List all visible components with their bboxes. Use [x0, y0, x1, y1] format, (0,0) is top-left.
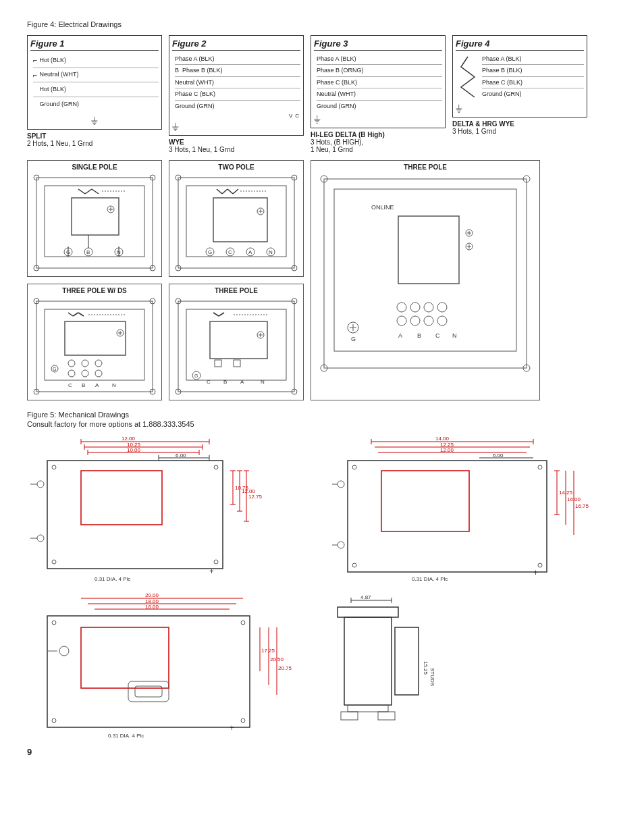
mech-bottom-left: 20.00 18.00 16.00 — [27, 590, 317, 740]
fig4-caption-title: DELTA & HRG WYE — [452, 120, 587, 128]
svg-text:G: G — [194, 373, 198, 378]
svg-point-143 — [37, 535, 44, 542]
fig2-wire1: Phase A (BLK) — [175, 53, 300, 65]
svg-point-141 — [37, 481, 44, 488]
fig3-wire1: Phase A (BLK) — [317, 53, 442, 65]
fig4-label: Figure 4 — [456, 38, 584, 51]
fig1-wire4: Ground (GRN) — [39, 99, 79, 109]
svg-rect-222 — [344, 617, 392, 705]
svg-text:6.00: 6.00 — [493, 452, 504, 459]
svg-text:+: + — [533, 568, 538, 577]
single-pole-diagram: SINGLE POLE — [27, 160, 162, 277]
zigzag-icon — [458, 53, 478, 101]
svg-rect-10 — [72, 198, 119, 235]
svg-line-108 — [213, 313, 219, 316]
fig2-caption-title: WYE — [169, 138, 304, 146]
mech-bottom-left-svg: 20.00 18.00 16.00 — [27, 590, 317, 739]
svg-line-83 — [73, 313, 78, 316]
svg-text:20.00: 20.00 — [145, 592, 159, 598]
svg-rect-115 — [215, 360, 221, 367]
fig1-caption-sub: 2 Hots, 1 Neu, 1 Grnd — [27, 140, 162, 147]
single-pole-title: SINGLE POLE — [30, 163, 159, 171]
three-pole-large-svg: ONLINE — [317, 172, 533, 375]
svg-point-90 — [68, 370, 75, 377]
svg-rect-200 — [81, 627, 169, 688]
svg-rect-86 — [65, 321, 126, 355]
three-pole-small-svg: C B A N G — [173, 296, 300, 397]
svg-text:A: A — [240, 379, 244, 385]
electrical-figures-row: Figure 1 ⌐ Hot (BLK) ⌐ Neutral (WHT) ⌐ H… — [27, 35, 617, 153]
three-pole-ds-diagram: THREE POLE W/ DS — [27, 284, 162, 400]
svg-rect-53 — [398, 216, 459, 284]
fig2-wire3: Neutral (WHT) — [175, 77, 300, 88]
electrical-fig2: Figure 2 Phase A (BLK) B Phase B (BLK) N… — [169, 35, 304, 153]
svg-rect-173 — [348, 461, 547, 572]
svg-text:6.00: 6.00 — [176, 452, 186, 459]
figure4-title: Figure 4: Electrical Drawings — [27, 20, 617, 28]
three-pole-small-title: THREE POLE — [172, 287, 300, 294]
two-pole-diagram: TWO POLE — [169, 160, 304, 277]
svg-text:B: B — [86, 249, 90, 255]
three-pole-large-diagram: THREE POLE ONLINE — [311, 160, 540, 400]
wiring-diagrams-section: SINGLE POLE — [27, 160, 617, 400]
svg-point-92 — [95, 370, 102, 377]
svg-point-88 — [82, 360, 88, 367]
svg-point-87 — [68, 360, 75, 367]
svg-line-32 — [233, 189, 238, 194]
fig3-caption-sub: 3 Hots, (B HIGH), — [311, 138, 446, 146]
svg-point-62 — [424, 303, 433, 312]
svg-text:C: C — [207, 379, 211, 385]
svg-text:12.00: 12.00 — [122, 436, 136, 442]
fig3-wire5: Ground (GRN) — [317, 101, 442, 111]
fig1-caption-title: SPLIT — [27, 132, 162, 140]
svg-line-7 — [85, 189, 92, 194]
svg-rect-174 — [381, 471, 469, 531]
figure5-section: Figure 5: Mechanical Drawings Consult fa… — [27, 411, 617, 740]
svg-rect-28 — [186, 186, 286, 257]
svg-text:0.31 DIA. 4 Plc: 0.31 DIA. 4 Plc — [412, 576, 448, 582]
fig4-wire3: Phase C (BLK) — [482, 77, 584, 88]
svg-point-67 — [437, 316, 447, 325]
svg-point-89 — [95, 360, 102, 367]
svg-point-66 — [424, 316, 433, 325]
three-pole-large-title: THREE POLE — [314, 163, 537, 171]
svg-rect-209 — [128, 681, 169, 702]
electrical-fig3: Figure 3 Phase A (BLK) Phase B (ORNG) Ph… — [311, 35, 446, 153]
fig1-wire3: Hot (BLK) — [39, 84, 66, 95]
svg-line-8 — [92, 189, 99, 194]
svg-point-65 — [410, 316, 420, 325]
svg-text:4.87: 4.87 — [360, 594, 371, 600]
svg-rect-116 — [234, 360, 240, 367]
svg-line-30 — [222, 189, 227, 194]
fig2-caption-sub: 3 Hots, 1 Neu, 1 Grnd — [169, 146, 304, 153]
fig3-wire3: Phase C (BLK) — [317, 77, 442, 88]
mech-top-left-svg: 12.00 10.25 10.00 6.00 — [27, 434, 317, 582]
svg-text:N: N — [112, 382, 116, 388]
fig2-wire5: Ground (GRN) — [175, 101, 300, 111]
svg-point-192 — [538, 563, 542, 567]
svg-text:20.75: 20.75 — [278, 665, 292, 671]
mech-bottom-right: 4.87 15.25 STUDS — [331, 590, 621, 740]
fig3-label: Figure 3 — [314, 38, 442, 51]
svg-rect-221 — [338, 607, 398, 617]
mech-top-right: 14.00 12.25 12.00 6.00 — [331, 434, 621, 583]
electrical-fig1: Figure 1 ⌐ Hot (BLK) ⌐ Neutral (WHT) ⌐ H… — [27, 35, 162, 153]
svg-line-82 — [68, 313, 73, 316]
mech-bottom-row: 20.00 18.00 16.00 — [27, 590, 617, 740]
svg-rect-226 — [348, 705, 388, 712]
svg-rect-223 — [395, 627, 419, 695]
svg-point-190 — [538, 465, 542, 469]
svg-line-31 — [227, 189, 233, 194]
svg-text:0.31 DIA. 4 Plc: 0.31 DIA. 4 Plc — [108, 733, 144, 739]
svg-point-216 — [241, 719, 245, 723]
svg-text:N: N — [452, 332, 457, 339]
svg-point-215 — [52, 719, 56, 723]
svg-text:+: + — [230, 723, 234, 733]
svg-text:14.00: 14.00 — [435, 436, 450, 442]
svg-text:16.75: 16.75 — [575, 503, 589, 509]
three-pole-small-diagram: THREE POLE — [169, 284, 304, 400]
svg-text:+: + — [209, 567, 214, 576]
svg-rect-111 — [210, 321, 267, 359]
three-pole-ds-svg: C B A N G — [31, 296, 158, 397]
svg-point-159 — [52, 465, 56, 469]
